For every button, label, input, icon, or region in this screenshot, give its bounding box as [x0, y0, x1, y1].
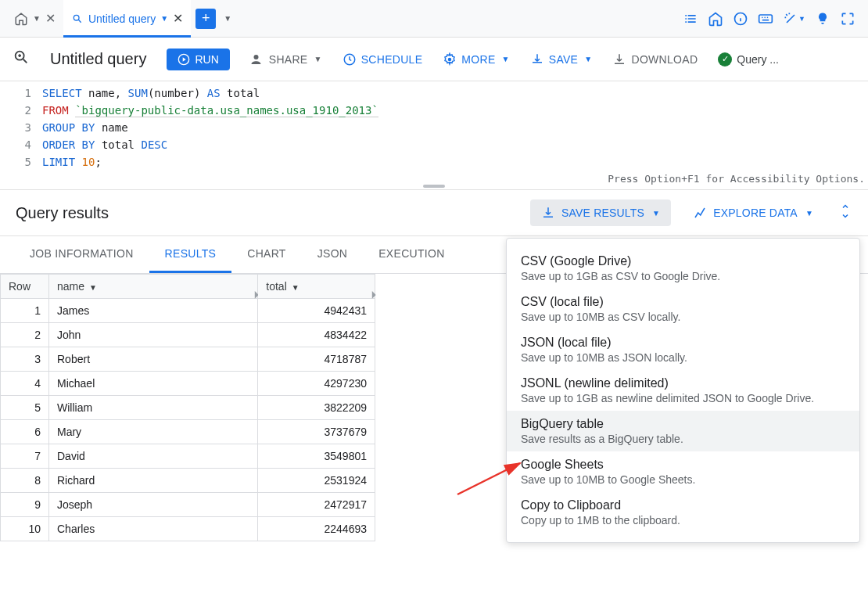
- cell-name: David: [49, 444, 258, 469]
- home-icon: [14, 12, 28, 26]
- save-results-dropdown: CSV (Google Drive)Save up to 1GB as CSV …: [506, 238, 860, 543]
- dropdown-item[interactable]: CSV (Google Drive)Save up to 1GB as CSV …: [507, 248, 859, 289]
- cell-total: 4834422: [258, 323, 375, 347]
- cell-name: Michael: [49, 372, 258, 396]
- cell-total: 3549801: [258, 444, 375, 469]
- download-icon: [612, 52, 626, 66]
- svg-rect-14: [615, 63, 624, 64]
- header-name[interactable]: name▼◢: [49, 275, 258, 299]
- dropdown-item-title: BigQuery table: [521, 417, 845, 431]
- dropdown-item-subtitle: Save up to 10MB as JSON locally.: [521, 351, 845, 364]
- results-table: Row name▼◢ total▼◢ 1James49424312John483…: [0, 274, 375, 541]
- list-icon[interactable]: [683, 11, 698, 27]
- dropdown-item-subtitle: Save up to 10MB as CSV locally.: [521, 311, 845, 323]
- chevron-down-icon: ▼: [502, 55, 510, 63]
- tab-bar: ▼ ✕ Untitled query ▼ ✕ + ▼ ▼: [0, 0, 868, 38]
- schedule-button[interactable]: SCHEDULE: [343, 52, 423, 66]
- query-validation: ✓ Query ...: [718, 52, 779, 66]
- download-icon: [541, 206, 555, 220]
- tab-query[interactable]: Untitled query ▼ ✕: [63, 0, 191, 38]
- svg-point-6: [764, 16, 766, 18]
- sql-editor[interactable]: 1 2 3 4 5 SELECT name, SUM(number) AS to…: [0, 81, 868, 189]
- action-bar: Untitled query RUN SHARE ▼ SCHEDULE MORE…: [0, 38, 868, 81]
- sort-icon: ▼: [292, 283, 299, 292]
- keyboard-icon[interactable]: [758, 11, 773, 27]
- svg-rect-8: [762, 19, 769, 20]
- tab-chart[interactable]: CHART: [231, 236, 301, 273]
- tab-results[interactable]: RESULTS: [149, 236, 232, 273]
- table-row[interactable]: 2John4834422: [1, 323, 375, 347]
- table-row[interactable]: 7David3549801: [1, 444, 375, 469]
- svg-point-11: [253, 55, 258, 59]
- lightbulb-icon[interactable]: [815, 11, 830, 27]
- svg-point-0: [74, 15, 79, 20]
- tab-label: Untitled query: [88, 13, 156, 25]
- svg-point-7: [767, 16, 769, 18]
- cell-name: William: [49, 396, 258, 420]
- header-row[interactable]: Row: [1, 275, 49, 299]
- table-row[interactable]: 8Richard2531924: [1, 469, 375, 493]
- close-icon[interactable]: ✕: [45, 11, 56, 26]
- home-outline-icon[interactable]: [708, 11, 723, 27]
- close-icon[interactable]: ✕: [173, 11, 183, 26]
- table-row[interactable]: 5William3822209: [1, 396, 375, 420]
- query-icon: [71, 13, 84, 25]
- cell-total: 4942431: [258, 299, 375, 323]
- save-button[interactable]: SAVE ▼: [530, 52, 593, 66]
- cell-row: 4: [1, 372, 49, 396]
- dropdown-item[interactable]: JSONL (newline delimited)Save up to 1GB …: [507, 370, 859, 411]
- chevron-down-icon: ▼: [805, 209, 813, 217]
- tab-home[interactable]: ▼ ✕: [6, 0, 63, 38]
- tab-job-information[interactable]: JOB INFORMATION: [14, 236, 149, 273]
- table-row[interactable]: 6Mary3737679: [1, 420, 375, 444]
- table-row[interactable]: 3Robert4718787: [1, 347, 375, 372]
- dropdown-item[interactable]: BigQuery tableSave results as a BigQuery…: [507, 411, 859, 451]
- run-label: RUN: [195, 53, 218, 66]
- table-row[interactable]: 9Joseph2472917: [1, 493, 375, 517]
- cell-row: 6: [1, 420, 49, 444]
- page-title: Untitled query: [50, 50, 146, 68]
- explore-data-button[interactable]: EXPLORE DATA ▼: [682, 199, 824, 226]
- table-row[interactable]: 10Charles2244693: [1, 517, 375, 541]
- play-icon: [178, 53, 190, 66]
- more-button[interactable]: MORE ▼: [443, 52, 509, 66]
- dropdown-item[interactable]: Copy to ClipboardCopy up to 1MB to the c…: [507, 492, 859, 533]
- tab-execution[interactable]: EXECUTION: [363, 236, 460, 273]
- dropdown-item[interactable]: CSV (local file)Save up to 10MB as CSV l…: [507, 289, 859, 329]
- run-button[interactable]: RUN: [167, 49, 229, 70]
- save-results-button[interactable]: SAVE RESULTS ▼: [530, 199, 671, 226]
- fullscreen-icon[interactable]: [840, 11, 855, 27]
- cell-name: Mary: [49, 420, 258, 444]
- cell-row: 5: [1, 396, 49, 420]
- dropdown-item-title: Google Sheets: [521, 458, 845, 472]
- expand-icon[interactable]: [838, 204, 852, 221]
- magic-wand-icon[interactable]: ▼: [783, 11, 805, 27]
- download-button[interactable]: DOWNLOAD: [612, 52, 698, 66]
- cell-total: 2244693: [258, 517, 375, 541]
- accessibility-hint: Press Option+F1 for Accessibility Option…: [608, 171, 865, 188]
- dropdown-item[interactable]: Google SheetsSave up to 10MB to Google S…: [507, 451, 859, 492]
- cell-row: 9: [1, 493, 49, 517]
- dropdown-item[interactable]: JSON (local file)Save up to 10MB as JSON…: [507, 329, 859, 370]
- cell-total: 4718787: [258, 347, 375, 372]
- chevron-down-icon[interactable]: ▼: [224, 14, 231, 23]
- header-total[interactable]: total▼◢: [258, 275, 375, 299]
- table-row[interactable]: 4Michael4297230: [1, 372, 375, 396]
- tab-json[interactable]: JSON: [302, 236, 364, 273]
- cell-name: James: [49, 299, 258, 323]
- cell-total: 3822209: [258, 396, 375, 420]
- line-gutter: 1 2 3 4 5: [0, 84, 42, 189]
- chevron-down-icon: ▼: [584, 55, 592, 63]
- save-icon: [530, 52, 544, 66]
- table-row[interactable]: 1James4942431: [1, 299, 375, 323]
- info-icon[interactable]: [733, 11, 748, 27]
- person-add-icon: [250, 52, 264, 66]
- cell-row: 7: [1, 444, 49, 469]
- dropdown-item-subtitle: Save up to 10MB to Google Sheets.: [521, 473, 845, 486]
- sort-icon: ▼: [89, 283, 97, 292]
- magnify-icon[interactable]: [13, 49, 30, 70]
- new-tab-button[interactable]: +: [195, 9, 216, 29]
- dropdown-item-subtitle: Save up to 1GB as newline delimited JSON…: [521, 392, 845, 404]
- share-button[interactable]: SHARE ▼: [250, 52, 322, 66]
- resize-handle[interactable]: [423, 185, 445, 188]
